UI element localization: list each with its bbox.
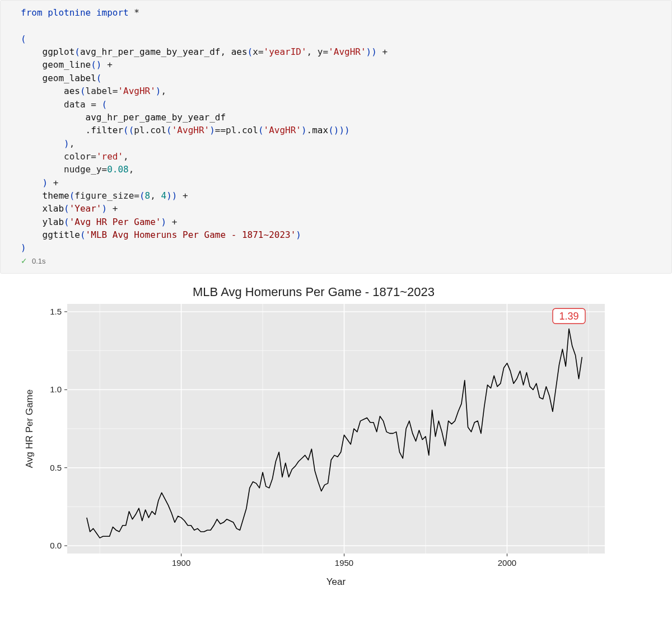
svg-text:1900: 1900 [172, 558, 190, 568]
code-cell[interactable]: from plotnine import * ( ggplot(avg_hr_p… [0, 0, 672, 274]
svg-text:0.0: 0.0 [50, 541, 62, 550]
cell-output: MLB Avg Homeruns Per Game - 1871~2023 0.… [0, 276, 672, 598]
code-area[interactable]: from plotnine import * ( ggplot(avg_hr_p… [16, 1, 671, 273]
chart-title: MLB Avg Homeruns Per Game - 1871~2023 [17, 282, 610, 302]
svg-text:Year: Year [326, 576, 346, 587]
code-content[interactable]: from plotnine import * ( ggplot(avg_hr_p… [21, 6, 667, 255]
chart-svg: 0.00.51.01.5190019502000YearAvg HR Per G… [17, 302, 610, 593]
chart: MLB Avg Homeruns Per Game - 1871~2023 0.… [17, 282, 610, 593]
svg-text:2000: 2000 [498, 558, 516, 568]
svg-text:1.0: 1.0 [50, 385, 62, 394]
check-icon: ✓ [21, 257, 27, 265]
svg-text:1.39: 1.39 [559, 311, 578, 322]
svg-text:0.5: 0.5 [50, 463, 62, 472]
execution-status: ✓ 0.1s [21, 255, 667, 269]
cell-gutter [1, 1, 16, 273]
svg-text:1950: 1950 [335, 558, 353, 568]
svg-text:1.5: 1.5 [50, 307, 62, 316]
svg-text:Avg HR Per Game: Avg HR Per Game [24, 390, 35, 468]
execution-time: 0.1s [32, 257, 46, 265]
